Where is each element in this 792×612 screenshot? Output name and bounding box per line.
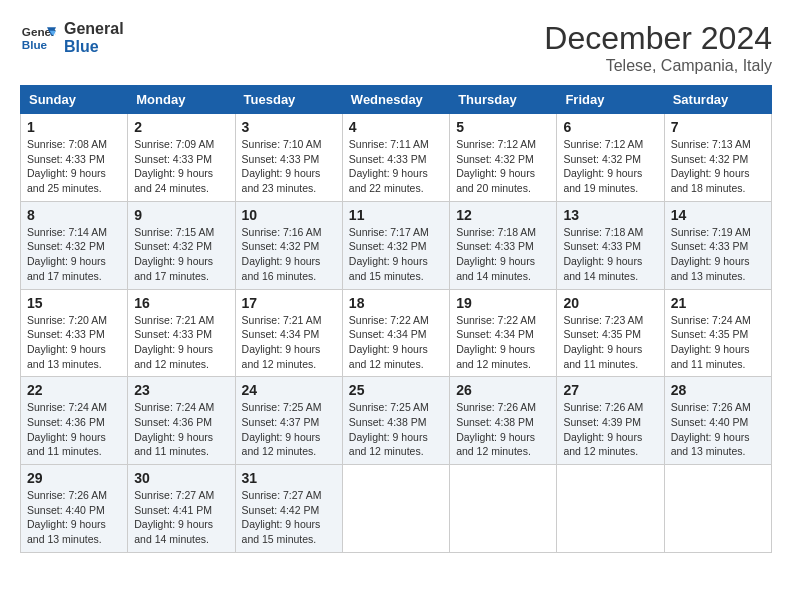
- daylight-label: Daylight: 9 hours and 24 minutes.: [134, 167, 213, 194]
- day-number: 21: [671, 295, 765, 311]
- sunset-label: Sunset: 4:41 PM: [134, 504, 212, 516]
- sunrise-label: Sunrise: 7:22 AM: [456, 314, 536, 326]
- month-title: December 2024: [544, 20, 772, 57]
- daylight-label: Daylight: 9 hours and 15 minutes.: [349, 255, 428, 282]
- day-info: Sunrise: 7:23 AM Sunset: 4:35 PM Dayligh…: [563, 313, 657, 372]
- table-row: 7 Sunrise: 7:13 AM Sunset: 4:32 PM Dayli…: [664, 114, 771, 202]
- day-number: 16: [134, 295, 228, 311]
- daylight-label: Daylight: 9 hours and 12 minutes.: [134, 343, 213, 370]
- sunrise-label: Sunrise: 7:19 AM: [671, 226, 751, 238]
- sunset-label: Sunset: 4:38 PM: [456, 416, 534, 428]
- daylight-label: Daylight: 9 hours and 16 minutes.: [242, 255, 321, 282]
- sunset-label: Sunset: 4:35 PM: [563, 328, 641, 340]
- day-info: Sunrise: 7:16 AM Sunset: 4:32 PM Dayligh…: [242, 225, 336, 284]
- table-row: 23 Sunrise: 7:24 AM Sunset: 4:36 PM Dayl…: [128, 377, 235, 465]
- sunrise-label: Sunrise: 7:17 AM: [349, 226, 429, 238]
- day-info: Sunrise: 7:18 AM Sunset: 4:33 PM Dayligh…: [456, 225, 550, 284]
- table-row: [557, 465, 664, 553]
- sunrise-label: Sunrise: 7:21 AM: [242, 314, 322, 326]
- day-info: Sunrise: 7:26 AM Sunset: 4:40 PM Dayligh…: [27, 488, 121, 547]
- col-sunday: Sunday: [21, 86, 128, 114]
- col-monday: Monday: [128, 86, 235, 114]
- sunrise-label: Sunrise: 7:21 AM: [134, 314, 214, 326]
- table-row: 9 Sunrise: 7:15 AM Sunset: 4:32 PM Dayli…: [128, 201, 235, 289]
- calendar-header-row: Sunday Monday Tuesday Wednesday Thursday…: [21, 86, 772, 114]
- daylight-label: Daylight: 9 hours and 12 minutes.: [456, 431, 535, 458]
- sunset-label: Sunset: 4:33 PM: [456, 240, 534, 252]
- day-info: Sunrise: 7:21 AM Sunset: 4:33 PM Dayligh…: [134, 313, 228, 372]
- day-info: Sunrise: 7:26 AM Sunset: 4:39 PM Dayligh…: [563, 400, 657, 459]
- daylight-label: Daylight: 9 hours and 18 minutes.: [671, 167, 750, 194]
- daylight-label: Daylight: 9 hours and 12 minutes.: [242, 431, 321, 458]
- daylight-label: Daylight: 9 hours and 17 minutes.: [134, 255, 213, 282]
- day-info: Sunrise: 7:15 AM Sunset: 4:32 PM Dayligh…: [134, 225, 228, 284]
- table-row: 10 Sunrise: 7:16 AM Sunset: 4:32 PM Dayl…: [235, 201, 342, 289]
- sunrise-label: Sunrise: 7:24 AM: [27, 401, 107, 413]
- table-row: 11 Sunrise: 7:17 AM Sunset: 4:32 PM Dayl…: [342, 201, 449, 289]
- day-info: Sunrise: 7:22 AM Sunset: 4:34 PM Dayligh…: [456, 313, 550, 372]
- daylight-label: Daylight: 9 hours and 17 minutes.: [27, 255, 106, 282]
- sunset-label: Sunset: 4:33 PM: [134, 328, 212, 340]
- sunrise-label: Sunrise: 7:11 AM: [349, 138, 429, 150]
- day-number: 7: [671, 119, 765, 135]
- daylight-label: Daylight: 9 hours and 12 minutes.: [349, 343, 428, 370]
- sunrise-label: Sunrise: 7:13 AM: [671, 138, 751, 150]
- table-row: 14 Sunrise: 7:19 AM Sunset: 4:33 PM Dayl…: [664, 201, 771, 289]
- day-number: 9: [134, 207, 228, 223]
- sunrise-label: Sunrise: 7:18 AM: [563, 226, 643, 238]
- table-row: 6 Sunrise: 7:12 AM Sunset: 4:32 PM Dayli…: [557, 114, 664, 202]
- day-info: Sunrise: 7:18 AM Sunset: 4:33 PM Dayligh…: [563, 225, 657, 284]
- table-row: 21 Sunrise: 7:24 AM Sunset: 4:35 PM Dayl…: [664, 289, 771, 377]
- sunset-label: Sunset: 4:39 PM: [563, 416, 641, 428]
- daylight-label: Daylight: 9 hours and 12 minutes.: [456, 343, 535, 370]
- table-row: 19 Sunrise: 7:22 AM Sunset: 4:34 PM Dayl…: [450, 289, 557, 377]
- sunset-label: Sunset: 4:32 PM: [456, 153, 534, 165]
- table-row: 26 Sunrise: 7:26 AM Sunset: 4:38 PM Dayl…: [450, 377, 557, 465]
- day-number: 19: [456, 295, 550, 311]
- day-number: 17: [242, 295, 336, 311]
- table-row: 13 Sunrise: 7:18 AM Sunset: 4:33 PM Dayl…: [557, 201, 664, 289]
- col-thursday: Thursday: [450, 86, 557, 114]
- day-info: Sunrise: 7:24 AM Sunset: 4:36 PM Dayligh…: [134, 400, 228, 459]
- sunset-label: Sunset: 4:35 PM: [671, 328, 749, 340]
- table-row: 31 Sunrise: 7:27 AM Sunset: 4:42 PM Dayl…: [235, 465, 342, 553]
- day-number: 20: [563, 295, 657, 311]
- day-info: Sunrise: 7:09 AM Sunset: 4:33 PM Dayligh…: [134, 137, 228, 196]
- day-number: 25: [349, 382, 443, 398]
- day-number: 15: [27, 295, 121, 311]
- daylight-label: Daylight: 9 hours and 19 minutes.: [563, 167, 642, 194]
- sunrise-label: Sunrise: 7:24 AM: [671, 314, 751, 326]
- logo: General Blue General Blue: [20, 20, 124, 56]
- sunset-label: Sunset: 4:34 PM: [349, 328, 427, 340]
- col-tuesday: Tuesday: [235, 86, 342, 114]
- sunset-label: Sunset: 4:34 PM: [456, 328, 534, 340]
- sunset-label: Sunset: 4:33 PM: [671, 240, 749, 252]
- daylight-label: Daylight: 9 hours and 13 minutes.: [27, 343, 106, 370]
- sunset-label: Sunset: 4:38 PM: [349, 416, 427, 428]
- sunrise-label: Sunrise: 7:16 AM: [242, 226, 322, 238]
- sunset-label: Sunset: 4:33 PM: [27, 328, 105, 340]
- table-row: 4 Sunrise: 7:11 AM Sunset: 4:33 PM Dayli…: [342, 114, 449, 202]
- day-number: 31: [242, 470, 336, 486]
- sunrise-label: Sunrise: 7:26 AM: [456, 401, 536, 413]
- sunrise-label: Sunrise: 7:12 AM: [563, 138, 643, 150]
- day-number: 18: [349, 295, 443, 311]
- sunrise-label: Sunrise: 7:23 AM: [563, 314, 643, 326]
- day-number: 12: [456, 207, 550, 223]
- day-info: Sunrise: 7:24 AM Sunset: 4:35 PM Dayligh…: [671, 313, 765, 372]
- daylight-label: Daylight: 9 hours and 15 minutes.: [242, 518, 321, 545]
- day-number: 11: [349, 207, 443, 223]
- daylight-label: Daylight: 9 hours and 12 minutes.: [563, 431, 642, 458]
- daylight-label: Daylight: 9 hours and 11 minutes.: [563, 343, 642, 370]
- sunrise-label: Sunrise: 7:26 AM: [27, 489, 107, 501]
- daylight-label: Daylight: 9 hours and 11 minutes.: [134, 431, 213, 458]
- sunset-label: Sunset: 4:36 PM: [134, 416, 212, 428]
- sunset-label: Sunset: 4:32 PM: [671, 153, 749, 165]
- location-title: Telese, Campania, Italy: [544, 57, 772, 75]
- day-info: Sunrise: 7:24 AM Sunset: 4:36 PM Dayligh…: [27, 400, 121, 459]
- sunrise-label: Sunrise: 7:26 AM: [563, 401, 643, 413]
- sunrise-label: Sunrise: 7:27 AM: [134, 489, 214, 501]
- day-number: 26: [456, 382, 550, 398]
- sunset-label: Sunset: 4:40 PM: [671, 416, 749, 428]
- daylight-label: Daylight: 9 hours and 11 minutes.: [671, 343, 750, 370]
